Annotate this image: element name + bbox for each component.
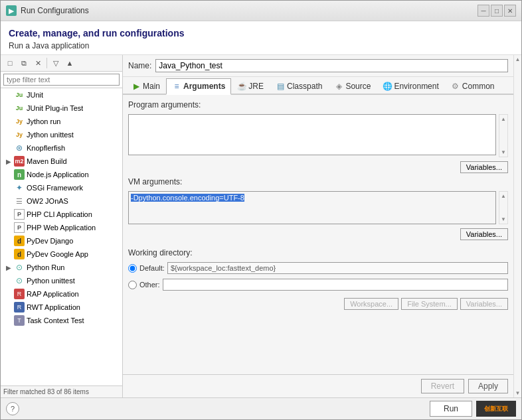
tab-environment[interactable]: 🌐 Environment	[377, 78, 444, 94]
list-item[interactable]: ☰ OW2 JOnAS	[1, 194, 122, 208]
vm-args-variables-button[interactable]: Variables...	[460, 228, 508, 240]
name-row: Name:	[123, 55, 513, 77]
run-button[interactable]: Run	[430, 401, 472, 417]
list-item[interactable]: d PyDev Google App	[1, 247, 122, 261]
item-icon: Jy	[14, 129, 25, 140]
vm-scroll-down-arrow[interactable]: ▼	[501, 216, 506, 222]
tree-list[interactable]: Ju JUnit Ju JUnit Plug-in Test Jy Jython…	[1, 88, 122, 385]
item-label: PyDev Google App	[27, 250, 88, 258]
window-title: Run Configurations	[21, 6, 89, 15]
list-item[interactable]: Ju JUnit	[1, 88, 122, 102]
window-icon: ▶	[6, 5, 17, 16]
default-radio-option: Default:	[128, 262, 508, 274]
vm-scroll-up-arrow[interactable]: ▲	[501, 193, 506, 199]
item-icon: Jy	[14, 116, 25, 127]
program-args-variables-button[interactable]: Variables...	[460, 161, 508, 173]
list-item[interactable]: ⊙ Python unittest	[1, 274, 122, 287]
copy-config-button[interactable]: ⧉	[17, 56, 31, 70]
item-label: PHP Web Application	[27, 224, 96, 232]
very-bottom-bar: ? Run 创新互联	[1, 397, 521, 419]
list-item[interactable]: d PyDev Django	[1, 234, 122, 247]
right-scroll-down[interactable]: ▼	[515, 390, 521, 396]
tab-source[interactable]: ◈ Source	[328, 78, 377, 94]
right-scroll-up[interactable]: ▲	[515, 56, 521, 62]
item-label: JUnit	[27, 91, 43, 99]
list-item[interactable]: T Task Context Test	[1, 314, 122, 327]
variables-dir-button[interactable]: Variables...	[460, 298, 508, 310]
list-item[interactable]: ▶ ⊙ Python Run	[1, 261, 122, 274]
other-dir-input[interactable]	[163, 279, 508, 291]
tab-main[interactable]: ▶ Main	[126, 78, 166, 94]
toolbar-separator	[46, 58, 47, 68]
delete-config-button[interactable]: ✕	[31, 56, 44, 70]
program-args-input[interactable]	[128, 114, 496, 155]
name-input[interactable]	[155, 59, 508, 72]
minimize-button[interactable]: ─	[478, 5, 489, 17]
tab-main-label: Main	[143, 82, 160, 91]
brand-logo: 创新互联	[476, 401, 516, 417]
item-label: RWT Application	[27, 303, 80, 311]
program-args-label: Program arguments:	[128, 100, 508, 109]
scroll-down-arrow[interactable]: ▼	[501, 149, 506, 155]
list-item[interactable]: ✦ OSGi Framework	[1, 181, 122, 194]
list-item[interactable]: Jy Jython run	[1, 115, 122, 128]
list-item[interactable]: Jy Jython unittest	[1, 128, 122, 141]
tab-common-label: Common	[462, 82, 495, 91]
right-panel: Name: ▶ Main ≡ Arguments ☕ JRE	[123, 55, 513, 397]
list-item[interactable]: ⊛ Knopflerfish	[1, 141, 122, 155]
maximize-button[interactable]: □	[491, 5, 503, 17]
item-label: Node.js Application	[27, 171, 89, 178]
file-system-button[interactable]: File System...	[401, 298, 458, 310]
collapse-button[interactable]: ▲	[63, 56, 76, 70]
item-label: Jython unittest	[27, 131, 74, 139]
vm-args-input-wrapper[interactable]: -Dpython.console.encoding=UTF-8	[128, 191, 496, 224]
revert-button[interactable]: Revert	[421, 379, 464, 393]
item-icon: m2	[14, 156, 25, 167]
tab-arguments-label: Arguments	[183, 82, 225, 91]
title-bar: ▶ Run Configurations ─ □ ✕	[1, 1, 521, 21]
scroll-up-arrow[interactable]: ▲	[501, 116, 506, 122]
workspace-button[interactable]: Workspace...	[344, 298, 398, 310]
item-label: Python Run	[27, 263, 64, 271]
program-args-section: Program arguments: ▲ ▼	[128, 100, 508, 173]
filter-button[interactable]: ▽	[49, 56, 62, 70]
default-dir-input[interactable]	[167, 262, 508, 274]
list-item[interactable]: P PHP Web Application	[1, 221, 122, 234]
other-radio[interactable]	[128, 281, 137, 289]
tab-jre[interactable]: ☕ JRE	[231, 78, 270, 94]
expand-icon: ▶	[5, 264, 13, 271]
right-scrollbar[interactable]: ▲ ▼	[513, 55, 521, 397]
vm-args-label: VM arguments:	[128, 177, 508, 186]
help-button[interactable]: ?	[6, 402, 19, 415]
tabs-bar: ▶ Main ≡ Arguments ☕ JRE ▤ Classpath	[123, 77, 513, 95]
default-radio[interactable]	[128, 264, 137, 273]
item-icon: T	[14, 315, 25, 326]
list-item[interactable]: P PHP CLI Application	[1, 208, 122, 221]
list-item[interactable]: R RWT Application	[1, 301, 122, 314]
working-dir-section: Working directory: Default: Other:	[128, 248, 508, 310]
list-item[interactable]: ▶ m2 Maven Build	[1, 155, 122, 168]
item-label: RAP Application	[27, 290, 79, 298]
item-label: Python unittest	[27, 277, 75, 285]
tab-arguments[interactable]: ≡ Arguments	[166, 78, 231, 95]
list-item[interactable]: Ju JUnit Plug-in Test	[1, 102, 122, 115]
main-tab-icon: ▶	[131, 82, 141, 91]
title-bar-left: ▶ Run Configurations	[6, 5, 89, 16]
apply-button[interactable]: Apply	[468, 379, 508, 393]
item-icon: ⊙	[14, 275, 25, 286]
new-config-button[interactable]: □	[3, 56, 17, 70]
item-label: Task Context Test	[27, 316, 84, 324]
dialog-title: Create, manage, and run configurations	[9, 28, 513, 38]
jre-tab-icon: ☕	[237, 82, 246, 91]
list-item[interactable]: R RAP Application	[1, 287, 122, 301]
close-button[interactable]: ✕	[504, 5, 516, 17]
dir-buttons: Workspace... File System... Variables...	[128, 298, 508, 310]
filter-status: Filter matched 83 of 86 items	[3, 388, 120, 395]
tab-classpath[interactable]: ▤ Classpath	[270, 78, 328, 94]
item-icon: P	[14, 209, 25, 220]
vm-args-selected-text: -Dpython.console.encoding=UTF-8	[131, 194, 244, 202]
item-label: PHP CLI Application	[27, 210, 92, 218]
filter-input[interactable]	[3, 74, 120, 86]
list-item[interactable]: n Node.js Application	[1, 168, 122, 181]
tab-common[interactable]: ⚙ Common	[445, 78, 501, 94]
